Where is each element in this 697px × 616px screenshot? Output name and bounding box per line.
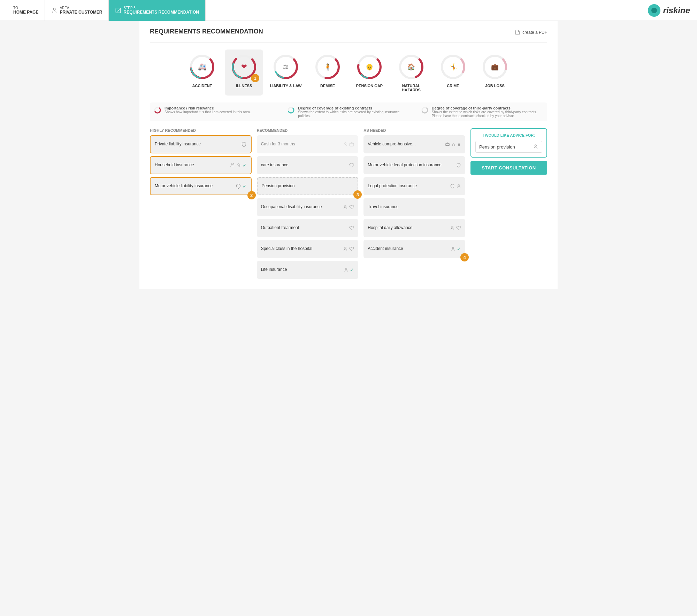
cat-illness[interactable]: ❤ 1 ILLNESS: [225, 50, 263, 96]
start-consultation-button[interactable]: START CONSULTATION: [470, 161, 547, 175]
insurance-columns: HIGHLY RECOMMENDED Private liability ins…: [150, 128, 547, 282]
card-hospital-daily[interactable]: Hospital daily allowance: [363, 219, 465, 237]
page-header: REQUIREMENTS RECOMMENDATION create a PDF: [150, 28, 547, 43]
legend-thirdparty-desc: Shows the extent to which risks are cove…: [432, 110, 544, 118]
heart-icon-hd: [456, 226, 461, 230]
card-life[interactable]: Life insurance ✓: [257, 261, 359, 279]
person-icon-life: [344, 267, 348, 272]
home-icon-v: [457, 142, 461, 146]
card-care[interactable]: care insurance: [257, 156, 359, 174]
card-travel[interactable]: Travel insurance: [363, 198, 465, 216]
top-navigation: TO HOME PAGE AREA PRIVATE CUSTOMER STEP …: [0, 0, 697, 21]
accident-check: ✓: [457, 246, 461, 252]
cash-icons: [343, 142, 354, 147]
pension-badge: 3: [353, 190, 362, 199]
person-icon-advice: [533, 144, 538, 150]
cat-accident[interactable]: 🚑 ACCIDENT: [183, 50, 221, 96]
risk-categories: 🚑 ACCIDENT ❤ 1 ILLNESS: [150, 50, 547, 96]
cat-pension[interactable]: 👴 PENSION GAP: [350, 50, 389, 96]
cat-natural[interactable]: 🏠 NATURAL HAZARDS: [392, 50, 430, 96]
logo: riskine: [648, 4, 690, 17]
accident-ring: 🚑: [188, 53, 216, 81]
heart-icon-spec: [349, 246, 354, 251]
home-icon: [236, 163, 241, 168]
step-label: STEP 3: [123, 6, 199, 10]
special-class-icons: [343, 246, 354, 251]
heart-icon-care: [349, 163, 354, 168]
col-as-needed: AS NEEDED Vehicle compre-hensive... Moto…: [363, 128, 465, 261]
nav-step[interactable]: STEP 3 REQUIREMENTS RECOMMENDATION: [109, 0, 205, 21]
motor-liability-icons: ✓: [236, 183, 247, 189]
pdf-icon: [515, 30, 520, 35]
card-vehicle-comp[interactable]: Vehicle compre-hensive...: [363, 135, 465, 153]
person-icon-acc: [451, 246, 455, 251]
jobloss-ring: 💼: [481, 53, 509, 81]
person-icon-hd: [450, 226, 455, 230]
shield-icon-2: [236, 183, 241, 189]
motor-legal-text: Motor vehicle legal protection insurance: [368, 162, 456, 168]
legend-importance-desc: Shows how important it is that I am cove…: [164, 110, 251, 114]
svg-point-49: [452, 226, 453, 228]
advice-input[interactable]: Pension provision: [475, 141, 542, 153]
vehicle-comp-icons: [445, 142, 461, 147]
cat-jobloss[interactable]: 💼 JOB LOSS: [476, 50, 514, 96]
cat-pension-label: PENSION GAP: [356, 84, 383, 88]
heart-icon-out: [349, 226, 354, 230]
card-cash[interactable]: Cash for 3 months: [257, 135, 359, 153]
briefcase-icon: [349, 142, 354, 147]
crime-ring: 🤸: [439, 53, 467, 81]
svg-text:🚑: 🚑: [198, 62, 207, 71]
nav-area[interactable]: AREA PRIVATE CUSTOMER: [45, 0, 109, 21]
main-content: REQUIREMENTS RECOMMENDATION create a PDF…: [139, 21, 558, 289]
highly-recommended-header: HIGHLY RECOMMENDED: [150, 128, 252, 132]
card-motor-liability[interactable]: Motor vehicle liability insurance ✓: [150, 177, 252, 195]
heart-icon-occ: [349, 205, 354, 210]
cat-liability[interactable]: ⚖ LIABILITY & LAW: [267, 50, 305, 96]
cat-demise[interactable]: 🧍 DEMISE: [308, 50, 347, 96]
as-needed-header: AS NEEDED: [363, 128, 465, 132]
motor-legal-icons: [456, 163, 461, 168]
card-motor-legal[interactable]: Motor vehicle legal protection insurance: [363, 156, 465, 174]
nav-home[interactable]: TO HOME PAGE: [7, 0, 45, 21]
card-household[interactable]: Household insurance ✓: [150, 156, 252, 174]
svg-point-37: [233, 163, 234, 165]
logo-inner: [651, 8, 657, 13]
home-page-label: HOME PAGE: [13, 10, 38, 15]
card-pension-provision[interactable]: Pension provision: [257, 177, 359, 195]
legend-importance: Importance / risk relevance Shows how im…: [153, 106, 276, 118]
highlighted-badge: 2: [247, 191, 256, 199]
liability-ring: ⚖: [272, 53, 300, 81]
illness-ring: ❤ 1: [230, 53, 258, 81]
cat-crime[interactable]: 🤸 CRIME: [434, 50, 472, 96]
card-outpatient[interactable]: Outpatient treatment: [257, 219, 359, 237]
cat-jobloss-label: JOB LOSS: [485, 84, 505, 88]
legend-ring-importance: [153, 106, 162, 114]
area-value: PRIVATE CUSTOMER: [60, 10, 102, 15]
legend-existing-desc: Shows the extent to which risks are cove…: [298, 110, 410, 118]
card-accident-ins[interactable]: Accident insurance ✓: [363, 240, 465, 258]
home-label: TO: [13, 6, 38, 10]
svg-point-50: [452, 247, 454, 249]
svg-point-42: [345, 268, 347, 270]
cat-accident-label: ACCIDENT: [192, 84, 212, 88]
svg-point-40: [345, 205, 346, 207]
accident-ins-icons: ✓: [451, 246, 461, 252]
advice-box: I WOULD LIKE ADVICE FOR: Pension provisi…: [470, 128, 547, 158]
legend-ring-thirdparty: [421, 106, 429, 114]
occupational-text: Occupational disability insurance: [261, 204, 343, 210]
card-special-class[interactable]: Special class in the hospital: [257, 240, 359, 258]
card-occupational[interactable]: Occupational disability insurance: [257, 198, 359, 216]
svg-point-47: [454, 145, 455, 146]
area-label: AREA: [60, 6, 102, 10]
card-private-liability[interactable]: Private liability insurance: [150, 135, 252, 153]
card-legal-protection[interactable]: Legal protection insurance: [363, 177, 465, 195]
vehicle-comp-text: Vehicle compre-hensive...: [368, 142, 445, 147]
hospital-daily-icons: [450, 226, 461, 230]
svg-text:❤: ❤: [241, 63, 247, 70]
svg-text:⚖: ⚖: [283, 63, 289, 70]
create-pdf-button[interactable]: create a PDF: [515, 30, 547, 35]
svg-text:🏠: 🏠: [407, 63, 415, 71]
demise-ring: 🧍: [314, 53, 342, 81]
pension-ring: 👴: [355, 53, 383, 81]
legend-existing-title: Degree of coverage of existing contracts: [298, 106, 410, 110]
